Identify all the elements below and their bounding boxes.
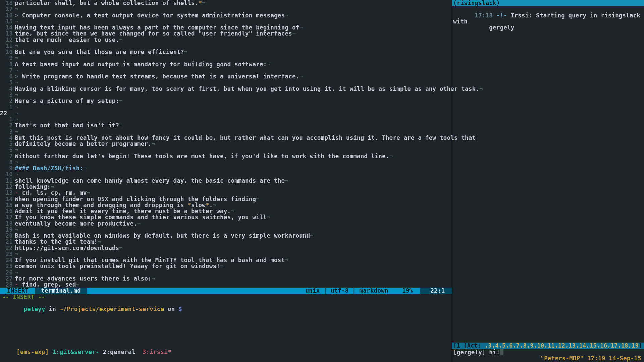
editor-line[interactable]: 9¬ bbox=[0, 55, 452, 61]
editor-line[interactable]: 4Having a blinking cursor is for many, t… bbox=[0, 86, 452, 92]
editor-line[interactable]: 20Bash is not available on windows by de… bbox=[0, 233, 452, 239]
text-segment: ¬ bbox=[267, 61, 271, 67]
line-number: 9 bbox=[0, 55, 15, 61]
editor-line[interactable]: 12that are much easier to use.¬ bbox=[0, 37, 452, 43]
editor-line[interactable]: 14When opening finder on OSX and clickin… bbox=[0, 196, 452, 202]
editor-line[interactable]: 8¬ bbox=[0, 159, 452, 165]
line-number: 2 bbox=[0, 98, 15, 104]
irc-input[interactable]: [gergely] hi! bbox=[452, 349, 644, 355]
editor-line[interactable]: 9#### Bash/ZSH/fish:¬ bbox=[0, 165, 452, 171]
text-segment: > bbox=[15, 73, 22, 79]
line-number: 4 bbox=[0, 135, 15, 141]
line-number: 13 bbox=[0, 190, 15, 196]
editor-line[interactable]: 22https://git-scm.com/downloads¬ bbox=[0, 245, 452, 251]
line-number: 11 bbox=[0, 43, 15, 49]
editor-line[interactable]: 22 ¬ bbox=[0, 110, 452, 116]
editor-line[interactable]: 15¬ bbox=[0, 18, 452, 24]
line-number: 11 bbox=[0, 178, 15, 184]
editor-line[interactable]: 18eventually become more productive.¬ bbox=[0, 221, 452, 227]
editor-line[interactable]: 11shell knowledge can come handy almost … bbox=[0, 178, 452, 184]
shell-prompt[interactable]: peteyy in ~/Projects/experiment-service … bbox=[0, 300, 452, 318]
editor-line[interactable]: 1¬ bbox=[0, 104, 452, 110]
editor-line[interactable]: 13time, but since then we have changed f… bbox=[0, 31, 452, 37]
editor-line[interactable]: 12following:¬ bbox=[0, 184, 452, 190]
line-number: 2 bbox=[0, 122, 15, 128]
editor-line[interactable]: 27for more advances users there is also:… bbox=[0, 276, 452, 282]
editor-line[interactable]: 4But this post is really not about how f… bbox=[0, 135, 452, 141]
text-segment: But this post is really not about how fa… bbox=[15, 135, 476, 141]
editor-line[interactable]: 10But are you sure that those are more e… bbox=[0, 49, 452, 55]
tmux-session: [ems-exp] bbox=[16, 349, 52, 355]
editor-line[interactable]: 2That's not that bad isn't it?¬ bbox=[0, 122, 452, 128]
text-segment: ¬ bbox=[15, 116, 18, 122]
editor-line[interactable]: 21thanks to the git team!¬ bbox=[0, 239, 452, 245]
text-segment: #### Bash/ZSH/fish: bbox=[15, 165, 83, 171]
editor-line[interactable]: 23¬ bbox=[0, 251, 452, 257]
vim-status-bar: INSERT terminal.md unix | utf-8 | markdo… bbox=[0, 288, 452, 294]
editor-line[interactable]: 3¬ bbox=[0, 129, 452, 135]
text-segment: ¬ bbox=[119, 122, 123, 128]
irc-channel-header: (risingslack) bbox=[452, 0, 644, 6]
line-number: 23 bbox=[0, 251, 15, 257]
editor-line[interactable]: 13- cd, ls, cp, rm, mv¬ bbox=[0, 190, 452, 196]
vim-editor[interactable]: 18particular shell, but a whole collecti… bbox=[0, 0, 452, 288]
editor-line[interactable]: 16Admit it you feel it every time, there… bbox=[0, 208, 452, 214]
editor-line[interactable]: 19¬ bbox=[0, 227, 452, 233]
editor-line[interactable]: 14Having text input has been always a pa… bbox=[0, 24, 452, 31]
editor-line[interactable]: 17If you know these simple commands and … bbox=[0, 214, 452, 220]
text-segment: ¬ bbox=[267, 214, 271, 220]
text-segment: ¬ bbox=[15, 43, 18, 49]
line-number: 8 bbox=[0, 61, 15, 67]
text-segment: ¬ bbox=[184, 49, 188, 55]
editor-line[interactable]: 24If you install git that comes with the… bbox=[0, 257, 452, 263]
text-segment: ¬ bbox=[119, 37, 123, 43]
text-segment: ¬ bbox=[119, 98, 123, 104]
editor-line[interactable]: 7¬ bbox=[0, 67, 452, 73]
line-number: 7 bbox=[0, 67, 15, 73]
text-segment: ¬ bbox=[213, 202, 217, 208]
editor-line[interactable]: 15a way through them and dragging and dr… bbox=[0, 202, 452, 208]
line-number: 25 bbox=[0, 263, 15, 269]
text-segment: - bbox=[15, 282, 18, 288]
line-number: 19 bbox=[0, 227, 15, 233]
editor-line[interactable]: 6> Write programs to handle text streams… bbox=[0, 73, 452, 79]
shell-user: peteyy bbox=[23, 306, 45, 312]
text-segment: ¬ bbox=[15, 227, 18, 233]
text-segment: ¬ bbox=[310, 233, 314, 239]
editor-line[interactable]: 11¬ bbox=[0, 43, 452, 49]
line-number: 13 bbox=[0, 31, 15, 37]
line-number: 16 bbox=[0, 208, 15, 214]
irc-log[interactable]: 17:18 -!- Irssi: Starting query in risin… bbox=[452, 6, 644, 343]
editor-line[interactable]: 16> Computer console, a text output devi… bbox=[0, 12, 452, 18]
text-segment: ¬ bbox=[15, 18, 18, 24]
text-segment: ¬ bbox=[15, 104, 18, 110]
line-number: 1 bbox=[0, 104, 15, 110]
editor-line[interactable]: 2Here's a picture of my setup:¬ bbox=[0, 98, 452, 104]
editor-line[interactable]: 7Without further due let's begin! These … bbox=[0, 153, 452, 159]
editor-line[interactable]: 8A text based input and output is mandat… bbox=[0, 61, 452, 67]
text-segment: following: bbox=[15, 184, 51, 190]
line-number: 10 bbox=[0, 171, 15, 177]
tmux-window-1[interactable]: 1:git&server- bbox=[52, 349, 103, 355]
text-segment: Without further due let's begin! These t… bbox=[15, 153, 389, 159]
editor-line[interactable]: 18particular shell, but a whole collecti… bbox=[0, 0, 452, 6]
text-segment: ¬ bbox=[15, 79, 18, 85]
text-segment: ¬ bbox=[15, 6, 18, 12]
editor-line[interactable]: 6¬ bbox=[0, 147, 452, 153]
text-segment: ¬ bbox=[98, 239, 101, 245]
editor-line[interactable]: 5definitely become a better programmer.¬ bbox=[0, 141, 452, 147]
editor-line[interactable]: 5¬ bbox=[0, 79, 452, 85]
editor-line[interactable]: 28- find, grep, sed¬ bbox=[0, 282, 452, 288]
editor-line[interactable]: 3¬ bbox=[0, 92, 452, 98]
vim-meta: unix | utf-8 | markdown bbox=[302, 288, 395, 294]
text-segment: common unix tools preinstalled! Yaaay fo… bbox=[15, 263, 220, 269]
editor-line[interactable]: 25common unix tools preinstalled! Yaaay … bbox=[0, 263, 452, 269]
editor-line[interactable]: 10¬ bbox=[0, 171, 452, 177]
editor-line[interactable]: 17¬ bbox=[0, 6, 452, 12]
tmux-window-2[interactable]: 2:general bbox=[103, 349, 143, 355]
tmux-window-3[interactable]: 3:irssi* bbox=[143, 349, 171, 355]
text-segment: ¬ bbox=[15, 269, 18, 276]
editor-line[interactable]: 26¬ bbox=[0, 269, 452, 276]
text-segment: ¬ bbox=[285, 12, 288, 18]
editor-line[interactable]: 1¬ bbox=[0, 116, 452, 122]
